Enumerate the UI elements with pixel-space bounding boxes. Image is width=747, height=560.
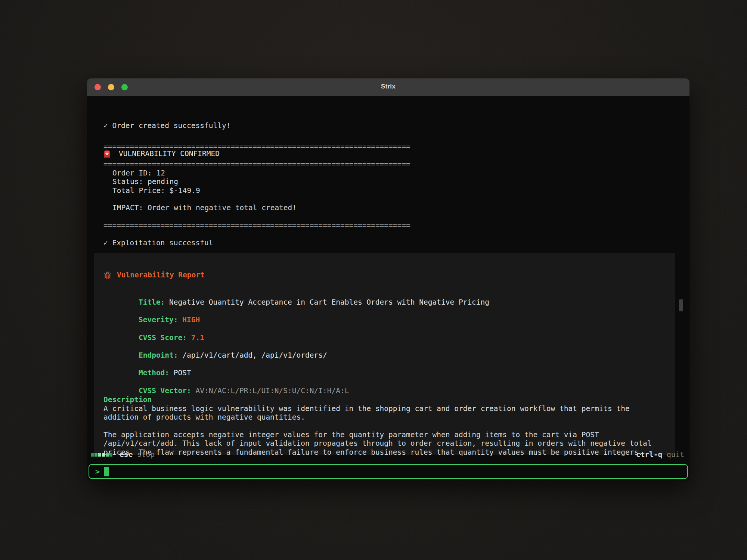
scrollbar-thumb[interactable] [679,299,683,311]
stop-hint: escstop [120,450,155,460]
severity-badge: HIGH [182,315,200,324]
quit-hint: ctrl-qquit [636,450,684,460]
esc-key-label: esc [120,450,133,459]
stop-action-label: stop [137,450,155,459]
report-header-title: Vulnerability Report [117,271,205,279]
ladybug-icon [103,271,112,279]
separator-line: ========================================… [103,160,410,168]
order-success-line: ✓ Order created successfully! [103,121,230,130]
window-titlebar[interactable]: Strix [87,78,689,96]
description-paragraph-1: A critical business logic vulnerability … [103,404,667,422]
ctrl-q-key-label: ctrl-q [636,450,662,459]
prompt-symbol: > [95,467,100,476]
quit-action-label: quit [667,450,684,459]
impact-line: IMPACT: Order with negative total create… [103,203,297,212]
status-bar: escstop ctrl-qquit [87,450,689,460]
text-cursor [104,467,109,476]
vulnerability-confirmed-label: VULNERABILITY CONFIRMED [119,149,220,158]
siren-icon [103,149,111,158]
terminal-output: ✓ Order created successfully! ==========… [87,96,689,480]
exploitation-success-line: ✓ Exploitation successful [103,239,213,247]
order-id-line: Order ID: 12 [103,169,165,177]
description-heading: Description [103,395,152,404]
terminal-window: Strix ✓ Order created successfully! ====… [87,78,689,480]
vulnerability-confirmed-banner: VULNERABILITY CONFIRMED [103,149,220,158]
report-header: Vulnerability Report [103,271,205,279]
total-price-line: Total Price: $-149.9 [103,186,200,195]
separator-line: ========================================… [103,221,410,230]
activity-spinner [91,453,112,457]
vulnerability-report-panel: Vulnerability Report Title:Negative Quan… [94,253,675,455]
order-status-line: Status: pending [103,177,178,186]
window-title: Strix [87,83,689,90]
command-input[interactable]: > [89,464,688,479]
